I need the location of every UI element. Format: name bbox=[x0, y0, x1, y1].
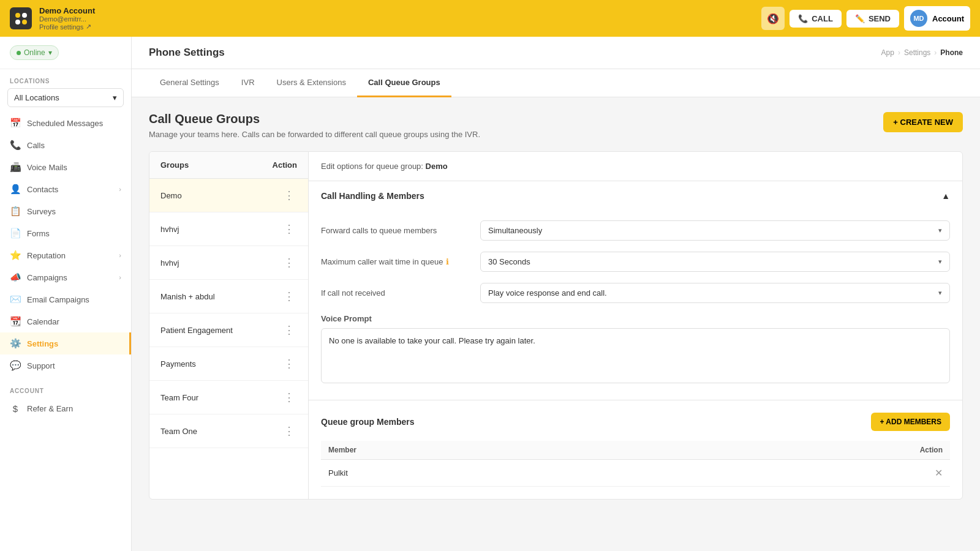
sidebar-item-label: Surveys bbox=[27, 207, 56, 216]
if-not-received-control: Play voice response and end call. ▾ bbox=[480, 283, 950, 303]
voice-prompt-label: Voice Prompt bbox=[321, 314, 950, 323]
account-button[interactable]: MD Account bbox=[904, 6, 970, 31]
profile-settings-link[interactable]: Profile settings ↗ bbox=[39, 23, 95, 31]
sidebar-item-label: Email Campaigns bbox=[27, 295, 89, 304]
sidebar-item-refer[interactable]: $ Refer & Earn bbox=[0, 398, 131, 419]
page-header: Phone Settings App › Settings › Phone bbox=[132, 37, 980, 69]
sidebar-item-label: Calendar bbox=[27, 317, 59, 326]
group-row[interactable]: hvhvj ⋮ bbox=[149, 212, 308, 246]
locations-label: LOCATIONS bbox=[0, 69, 131, 88]
voicemails-icon: 📠 bbox=[10, 162, 21, 173]
create-new-button[interactable]: + CREATE NEW bbox=[883, 112, 963, 132]
sidebar-item-calls[interactable]: 📞 Calls bbox=[0, 134, 131, 156]
account-name: Demo Account bbox=[39, 6, 95, 15]
group-row[interactable]: hvhvj ⋮ bbox=[149, 246, 308, 280]
topbar-right: 🔇 📞 CALL ✏️ SEND MD Account bbox=[761, 6, 970, 31]
max-wait-row: Maximum caller wait time in queue ℹ 30 S… bbox=[321, 252, 950, 272]
max-wait-control: 30 Seconds ▾ bbox=[480, 252, 950, 272]
remove-member-button[interactable]: ✕ bbox=[935, 467, 943, 479]
account-info: Demo Account Demo@emitrr... Profile sett… bbox=[39, 6, 95, 31]
chevron-down-icon: ▾ bbox=[938, 289, 942, 297]
group-actions-button[interactable]: ⋮ bbox=[281, 424, 297, 438]
group-name: hvhvj bbox=[160, 258, 179, 268]
sidebar-item-surveys[interactable]: 📋 Surveys bbox=[0, 200, 131, 222]
groups-panel-header: Groups Action bbox=[149, 152, 308, 179]
call-button[interactable]: 📞 CALL bbox=[790, 10, 842, 28]
chevron-right-icon: › bbox=[119, 186, 121, 193]
group-actions-button[interactable]: ⋮ bbox=[281, 189, 297, 202]
group-row[interactable]: Payments ⋮ bbox=[149, 347, 308, 381]
call-handling-header[interactable]: Call Handling & Members ▲ bbox=[309, 181, 962, 211]
sidebar-item-voicemails[interactable]: 📠 Voice Mails bbox=[0, 156, 131, 178]
avatar: MD bbox=[910, 10, 927, 27]
tab-users[interactable]: Users & Extensions bbox=[266, 69, 357, 97]
group-name: Team Four bbox=[160, 393, 198, 402]
group-actions-button[interactable]: ⋮ bbox=[281, 256, 297, 269]
forward-calls-select[interactable]: Simultaneously ▾ bbox=[480, 220, 950, 241]
queue-members-section: Queue group Members + ADD MEMBERS Member… bbox=[309, 400, 962, 499]
group-actions-button[interactable]: ⋮ bbox=[281, 290, 297, 303]
content: Phone Settings App › Settings › Phone Ge… bbox=[132, 37, 980, 551]
sidebar-item-contacts[interactable]: 👤 Contacts › bbox=[0, 178, 131, 200]
section-title: Call Queue Groups bbox=[149, 112, 480, 126]
sidebar-item-label: Settings bbox=[27, 339, 58, 348]
status-pill[interactable]: Online ▾ bbox=[10, 45, 59, 60]
locations-dropdown[interactable]: All Locations ▾ bbox=[7, 88, 124, 107]
group-actions-button[interactable]: ⋮ bbox=[281, 323, 297, 337]
forms-icon: 📄 bbox=[10, 228, 21, 239]
sidebar-item-label: Support bbox=[27, 361, 55, 370]
sidebar-item-calendar[interactable]: 📆 Calendar bbox=[0, 310, 131, 332]
member-name: Pulkit bbox=[321, 460, 656, 487]
sidebar-item-reputation[interactable]: ⭐ Reputation › bbox=[0, 244, 131, 266]
if-not-received-select[interactable]: Play voice response and end call. ▾ bbox=[480, 283, 950, 303]
queue-members-title: Queue group Members bbox=[321, 417, 414, 427]
group-name: Manish + abdul bbox=[160, 292, 215, 301]
sidebar-item-label: Reputation bbox=[27, 251, 66, 260]
sidebar-item-support[interactable]: 💬 Support bbox=[0, 354, 131, 377]
page-title: Phone Settings bbox=[149, 47, 225, 59]
group-row[interactable]: Manish + abdul ⋮ bbox=[149, 280, 308, 313]
chevron-down-icon: ▾ bbox=[48, 48, 52, 57]
group-row[interactable]: Team Four ⋮ bbox=[149, 381, 308, 414]
chevron-right-icon: › bbox=[119, 274, 121, 281]
group-actions-button[interactable]: ⋮ bbox=[281, 391, 297, 404]
split-panel: Groups Action Demo ⋮ hvhvj ⋮ hvhvj ⋮ Man… bbox=[149, 151, 963, 500]
tab-general[interactable]: General Settings bbox=[149, 69, 230, 97]
group-name: Payments bbox=[160, 359, 196, 369]
groups-col-header: Groups bbox=[160, 160, 189, 170]
voice-prompt-section: Voice Prompt No one is available to take… bbox=[321, 314, 950, 385]
breadcrumb: App › Settings › Phone bbox=[881, 48, 963, 57]
add-members-button[interactable]: + ADD MEMBERS bbox=[871, 413, 950, 431]
max-wait-select[interactable]: 30 Seconds ▾ bbox=[480, 252, 950, 272]
reputation-icon: ⭐ bbox=[10, 250, 21, 261]
mute-button[interactable]: 🔇 bbox=[761, 7, 785, 30]
tab-ivr[interactable]: IVR bbox=[230, 69, 266, 97]
status-dot bbox=[17, 51, 21, 55]
member-col-header: Member bbox=[321, 441, 656, 460]
email-campaigns-icon: ✉️ bbox=[10, 294, 21, 305]
call-handling-content: Forward calls to queue members Simultane… bbox=[309, 211, 962, 400]
group-row[interactable]: Patient Engagement ⋮ bbox=[149, 313, 308, 347]
call-icon: 📞 bbox=[798, 14, 808, 23]
logo-icon bbox=[10, 7, 32, 29]
sidebar-item-email-campaigns[interactable]: ✉️ Email Campaigns bbox=[0, 288, 131, 310]
group-name: Team One bbox=[160, 427, 197, 436]
sidebar-item-campaigns[interactable]: 📣 Campaigns › bbox=[0, 266, 131, 288]
group-name: hvhvj bbox=[160, 225, 179, 234]
group-row[interactable]: Team One ⋮ bbox=[149, 414, 308, 448]
table-row: Pulkit ✕ bbox=[321, 460, 950, 487]
send-button[interactable]: ✏️ SEND bbox=[846, 10, 899, 28]
sidebar-item-settings[interactable]: ⚙️ Settings bbox=[0, 332, 131, 354]
sidebar-item-label: Scheduled Messages bbox=[27, 119, 103, 128]
call-handling-title: Call Handling & Members bbox=[321, 191, 424, 201]
topbar: Demo Account Demo@emitrr... Profile sett… bbox=[0, 0, 980, 37]
sidebar-item-label: Calls bbox=[27, 141, 45, 150]
sidebar-item-label: Forms bbox=[27, 229, 50, 238]
group-row[interactable]: Demo ⋮ bbox=[149, 179, 308, 212]
tab-callqueue[interactable]: Call Queue Groups bbox=[357, 69, 451, 97]
group-actions-button[interactable]: ⋮ bbox=[281, 222, 297, 236]
sidebar-item-forms[interactable]: 📄 Forms bbox=[0, 222, 131, 244]
voice-prompt-textarea[interactable]: No one is available to take your call. P… bbox=[321, 328, 950, 383]
sidebar-item-scheduled[interactable]: 📅 Scheduled Messages bbox=[0, 112, 131, 134]
group-actions-button[interactable]: ⋮ bbox=[281, 357, 297, 370]
